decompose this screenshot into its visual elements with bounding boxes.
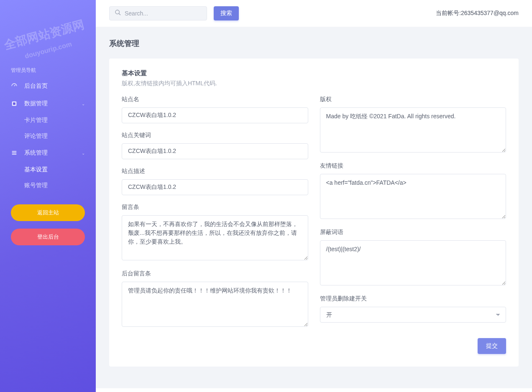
- form-grid: 站点名 站点关键词 站点描述 留言条 如果: [122, 96, 506, 336]
- label-site-desc: 站点描述: [122, 168, 308, 175]
- label-message: 留言条: [122, 204, 308, 211]
- svg-rect-2: [12, 151, 17, 152]
- account-label: 当前帐号:2635435377@qq.com: [436, 10, 519, 17]
- label-links: 友情链接: [320, 162, 506, 170]
- search-button[interactable]: 搜索: [214, 6, 239, 20]
- settings-card: 基本设置 版权,友情链接内均可插入HTML代码. 站点名 站点关键词: [109, 59, 519, 367]
- content: 系统管理 基本设置 版权,友情链接内均可插入HTML代码. 站点名 站点关键词: [96, 27, 532, 378]
- sidebar-section-label: 管理员导航: [0, 64, 96, 77]
- topbar: 搜索 当前帐号:2635435377@qq.com: [96, 0, 532, 27]
- sidebar-buttons: 返回主站 登出后台: [0, 198, 96, 252]
- label-site-name: 站点名: [122, 96, 308, 103]
- logout-button[interactable]: 登出后台: [11, 229, 85, 245]
- site-keywords-input[interactable]: [122, 143, 308, 159]
- search-input[interactable]: [125, 10, 207, 17]
- message-textarea[interactable]: 如果有一天，不再喜欢你了，我的生活会不会又像从前那样堕落，颓废...我不想再要那…: [122, 215, 308, 260]
- footer: Made by 吃纸怪 ©2021 FatDa. All rights rese…: [96, 388, 532, 392]
- form-actions: 提交: [122, 338, 506, 354]
- sidebar-subitem-cards[interactable]: 卡片管理: [0, 112, 96, 128]
- main-area: 搜索 当前帐号:2635435377@qq.com 系统管理 基本设置 版权,友…: [96, 0, 532, 392]
- admin-message-textarea[interactable]: 管理员请负起你的责任哦！！！维护网站环境你我有责欸！！！: [122, 282, 308, 327]
- form-col-right: 版权 Made by 吃纸怪 ©2021 FatDa. All rights r…: [320, 96, 506, 336]
- form-col-left: 站点名 站点关键词 站点描述 留言条 如果: [122, 96, 308, 336]
- chevron-down-icon: ⌄: [82, 151, 85, 155]
- card-title: 基本设置: [122, 69, 506, 77]
- sidebar-item-data[interactable]: 数据管理 ⌄: [0, 95, 96, 112]
- chevron-down-icon: ⌄: [82, 102, 85, 106]
- submit-button[interactable]: 提交: [478, 338, 506, 354]
- admin-delete-switch-select[interactable]: 开 关: [320, 307, 506, 323]
- sidebar-item-label: 后台首页: [24, 82, 48, 90]
- svg-rect-1: [13, 102, 15, 105]
- card-header: 基本设置 版权,友情链接内均可插入HTML代码.: [122, 69, 506, 87]
- sidebar-subitem-comments[interactable]: 评论管理: [0, 128, 96, 144]
- sidebar-item-system[interactable]: 系统管理 ⌄: [0, 144, 96, 162]
- site-name-input[interactable]: [122, 107, 308, 123]
- links-textarea[interactable]: <a herf="fatda.cn">FATDA</a>: [320, 174, 506, 219]
- label-admin-message: 后台留言条: [122, 270, 308, 277]
- svg-rect-3: [12, 153, 17, 153]
- label-block-words: 屏蔽词语: [320, 229, 506, 236]
- svg-rect-4: [12, 154, 17, 155]
- svg-point-5: [115, 10, 119, 14]
- sidebar-subitem-basic[interactable]: 基本设置: [0, 162, 96, 178]
- search-wrap: [109, 6, 207, 20]
- sidebar-item-home[interactable]: 后台首页: [0, 77, 96, 95]
- block-words-textarea[interactable]: /(test)|(test2)/: [320, 240, 506, 285]
- list-icon: [11, 150, 18, 156]
- card-subtitle: 版权,友情链接内均可插入HTML代码.: [122, 80, 506, 87]
- label-site-keywords: 站点关键词: [122, 132, 308, 139]
- label-admin-delete-switch: 管理员删除建开关: [320, 295, 506, 303]
- sidebar-item-label: 系统管理: [24, 149, 48, 157]
- label-copyright: 版权: [320, 96, 506, 103]
- sidebar-item-label: 数据管理: [24, 100, 48, 107]
- svg-line-6: [119, 13, 120, 15]
- folder-icon: [11, 100, 18, 107]
- site-desc-input[interactable]: [122, 179, 308, 195]
- sidebar: 全部网站资源网douyourip.com 管理员导航 后台首页 数据管理 ⌄ 卡…: [0, 0, 96, 392]
- dashboard-icon: [11, 83, 18, 89]
- copyright-textarea[interactable]: Made by 吃纸怪 ©2021 FatDa. All rights rese…: [320, 107, 506, 153]
- sidebar-subitem-account[interactable]: 账号管理: [0, 178, 96, 193]
- back-main-button[interactable]: 返回主站: [11, 204, 85, 221]
- search-icon: [115, 9, 121, 18]
- page-title: 系统管理: [109, 38, 519, 48]
